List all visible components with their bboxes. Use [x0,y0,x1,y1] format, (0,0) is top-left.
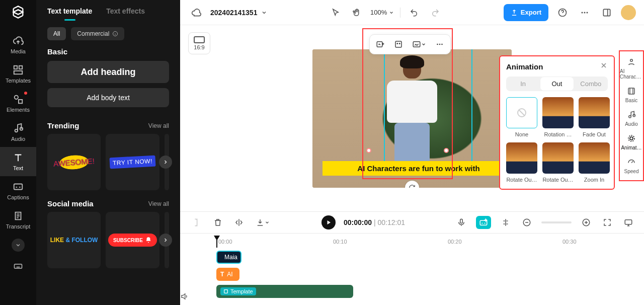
present-button[interactable] [622,216,635,229]
timeline-ruler[interactable]: 00:00 00:10 00:20 00:30 [216,237,635,248]
layout-toggle[interactable] [599,5,615,21]
nav-templates[interactable]: Templates [0,59,36,89]
rail-ai-characters[interactable]: AI Charac… [620,57,643,80]
selection-more[interactable] [433,38,446,51]
auto-captions-button[interactable] [476,216,491,229]
export-label: Export [521,9,541,16]
more-menu[interactable] [577,5,593,21]
pointer-tool[interactable] [328,5,343,20]
split-tool[interactable] [189,215,203,230]
chip-all[interactable]: All [47,27,66,40]
clip-text[interactable]: T AI [216,268,239,281]
mirror-button[interactable] [232,216,246,229]
nav-more[interactable] [12,239,25,252]
animation-option-rotateout2[interactable]: Rotate Ou… [542,142,574,183]
animation-option-fadeout[interactable]: Fade Out [579,97,610,137]
animation-option-none[interactable]: None [506,97,537,137]
tile-label: LIKE & FOLLOW [50,237,98,244]
redo-button[interactable] [428,5,443,20]
caption-text[interactable]: AI Characters are fun to work with [323,161,512,176]
rail-audio[interactable]: Audio [620,110,643,127]
rail-animation[interactable]: Animat… [620,134,643,150]
template-tile-tryit[interactable]: TRY IT NOW! [106,134,159,190]
project-name[interactable]: 202402141351 [210,9,267,17]
play-button[interactable] [321,215,336,230]
none-thumb [506,97,537,128]
chip-label: Commercial [77,30,109,37]
zoom-slider[interactable] [541,221,572,223]
nav-transcript[interactable]: Transcript [0,205,36,235]
export-button[interactable]: Export [504,4,548,21]
animation-option-rotation[interactable]: Rotation … [542,97,574,137]
zoom-level[interactable]: 100% [370,9,394,16]
undo-button[interactable] [407,5,422,20]
dots-icon [580,8,590,18]
download-button[interactable] [254,216,272,229]
hand-tool[interactable] [349,5,364,20]
animation-option-rotateout1[interactable]: Rotate Ou… [506,142,537,183]
track-mute-toggle[interactable] [180,292,189,303]
chevron-right-icon [163,237,169,243]
aspect-ratio-button[interactable]: 16:9 [188,32,210,54]
replace-media-button[interactable] [374,38,387,51]
music-icon [627,110,636,119]
animation-close[interactable] [600,61,608,71]
social-view-all[interactable]: View all [148,200,169,207]
ruler-tick: 00:20 [448,239,462,245]
tab-text-effects[interactable]: Text effects [106,7,145,20]
regenerate-button[interactable] [405,181,419,188]
track-character: Maia [189,251,635,265]
nav-label: Captions [7,194,29,200]
svg-point-11 [582,12,583,13]
trending-view-all[interactable]: View all [148,122,169,129]
rail-basic[interactable]: Basic [620,87,643,103]
animation-tab-in[interactable]: In [506,77,540,91]
crop-button[interactable] [392,38,405,51]
mirror-icon [234,218,244,227]
animation-option-zoomin[interactable]: Zoom In [579,142,610,183]
split-clip-button[interactable] [499,216,512,229]
playhead[interactable] [216,237,217,248]
tiles-next[interactable] [159,156,172,169]
nav-elements[interactable]: Elements [0,89,36,118]
resize-handle[interactable] [366,148,371,153]
trash-icon [213,218,222,227]
clip-badge: Template [220,287,256,295]
resize-handle[interactable] [444,148,449,153]
template-tile-likefollow[interactable]: LIKE & FOLLOW [47,212,101,268]
preview-frame[interactable]: AI Characters are fun to work with [312,49,512,188]
clip-video[interactable]: Template [216,285,353,298]
nav-captions[interactable]: Captions [0,176,36,205]
svg-rect-7 [14,184,23,190]
template-tile-awesome[interactable]: AWESOME! [47,134,101,190]
add-body-text-button[interactable]: Add body text [47,88,169,107]
chip-commercial[interactable]: Commercial [71,27,124,40]
nav-text[interactable]: Text [0,147,36,176]
template-tile-subscribe[interactable]: SUBSCRIBE [106,212,159,268]
rail-speed[interactable]: Speed [620,158,643,174]
tiles-next-2[interactable] [159,234,172,247]
animation-tab-out[interactable]: Out [540,77,574,91]
zoom-in-button[interactable] [580,216,593,229]
info-icon [112,31,118,37]
hand-icon [352,8,361,17]
cloud-sync-button[interactable] [188,5,204,21]
plus-circle-icon [582,218,591,227]
nav-keyboard[interactable] [12,260,25,273]
character-preview [382,58,442,164]
nav-media[interactable]: Media [0,30,36,59]
user-avatar[interactable] [621,5,636,20]
background-button[interactable] [410,38,428,51]
tab-text-template[interactable]: Text template [47,7,92,20]
zoom-out-button[interactable] [520,216,533,229]
top-bar: 202402141351 100% Export [180,0,644,25]
add-heading-button[interactable]: Add heading [47,61,169,83]
undo-icon [410,8,419,17]
clip-character[interactable]: Maia [216,251,242,264]
help-button[interactable] [554,5,571,21]
fit-timeline-button[interactable] [601,216,614,229]
delete-button[interactable] [211,216,224,229]
voiceover-button[interactable] [455,216,468,229]
nav-audio[interactable]: Audio [0,118,36,147]
animation-tab-combo[interactable]: Combo [574,77,608,91]
